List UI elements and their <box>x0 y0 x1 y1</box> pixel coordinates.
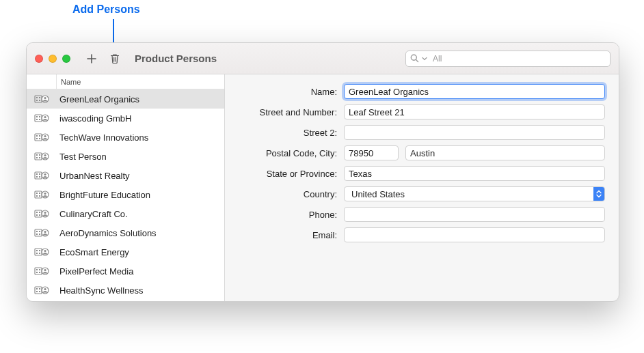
window-title: Product Persons <box>135 53 400 64</box>
window-toolbar: Product Persons All <box>27 43 619 74</box>
svg-rect-16 <box>36 135 38 137</box>
svg-point-63 <box>44 250 46 252</box>
list-item[interactable]: AeroDynamics Solutions <box>27 223 224 242</box>
chevron-down-icon <box>422 56 427 61</box>
svg-rect-60 <box>36 253 38 254</box>
list-item-label: HealthSync Wellness <box>57 285 224 296</box>
svg-rect-71 <box>35 287 42 294</box>
list-item-label: UrbanNest Realty <box>57 171 224 181</box>
list-item[interactable]: TechWave Innovations <box>27 128 224 147</box>
svg-rect-61 <box>39 253 40 254</box>
sidebar-column-headers: Name <box>27 74 224 89</box>
postal-input[interactable] <box>344 145 399 160</box>
svg-rect-54 <box>39 234 40 235</box>
svg-point-77 <box>44 288 46 290</box>
label-state: State or Province: <box>239 169 337 179</box>
persons-list[interactable]: GreenLeaf Organicsiwascoding GmbHTechWav… <box>27 89 224 301</box>
list-item-label: AeroDynamics Solutions <box>57 228 224 238</box>
company-person-icon <box>27 170 57 181</box>
add-person-button[interactable] <box>83 50 100 68</box>
svg-rect-64 <box>35 268 42 274</box>
svg-rect-33 <box>39 176 40 178</box>
svg-point-70 <box>44 269 46 271</box>
svg-rect-26 <box>39 157 40 158</box>
svg-rect-50 <box>35 229 42 236</box>
list-item[interactable]: iwascoding GmbH <box>27 109 224 128</box>
svg-rect-47 <box>39 214 40 216</box>
list-item[interactable]: Test Person <box>27 147 224 166</box>
list-item[interactable]: BrightFuture Education <box>27 185 224 204</box>
label-name: Name: <box>239 87 337 97</box>
svg-rect-39 <box>36 195 38 197</box>
list-item[interactable]: CulinaryCraft Co. <box>27 204 224 223</box>
label-email: Email: <box>239 230 337 240</box>
list-item-label: CulinaryCraft Co. <box>57 209 224 219</box>
svg-rect-73 <box>39 288 40 290</box>
svg-rect-43 <box>35 210 42 217</box>
name-input[interactable] <box>344 84 605 99</box>
list-item[interactable]: UrbanNest Realty <box>27 166 224 185</box>
person-form: Name: Street and Number: Street 2: Posta… <box>225 74 619 301</box>
annotation-label: Add Persons <box>72 3 140 16</box>
list-item[interactable]: HealthSync Wellness <box>27 281 224 300</box>
list-item-label: BrightFuture Education <box>57 190 224 200</box>
company-person-icon <box>27 94 57 104</box>
svg-rect-65 <box>36 269 38 270</box>
svg-point-35 <box>44 173 46 175</box>
country-select-stepper[interactable] <box>593 187 604 201</box>
email-input[interactable] <box>344 227 605 242</box>
street2-input[interactable] <box>344 125 605 140</box>
list-item-label: iwascoding GmbH <box>57 113 224 124</box>
list-item[interactable]: EcoSmart Energy <box>27 242 224 262</box>
product-persons-window: Product Persons All Name GreenLeaf Organ… <box>26 42 619 302</box>
svg-point-7 <box>44 97 46 99</box>
delete-person-button[interactable] <box>106 50 124 68</box>
svg-rect-22 <box>35 153 42 160</box>
svg-rect-9 <box>36 116 38 117</box>
svg-rect-36 <box>35 191 42 198</box>
list-item[interactable]: GreenLeaf Organics <box>27 89 224 109</box>
svg-point-42 <box>44 193 46 195</box>
company-person-icon <box>27 246 57 257</box>
trash-icon <box>110 53 120 63</box>
search-field[interactable]: All <box>405 51 611 67</box>
svg-rect-57 <box>35 249 42 255</box>
svg-rect-25 <box>36 157 38 158</box>
minimize-window-button[interactable] <box>49 55 57 63</box>
chevron-down-icon <box>596 194 602 198</box>
street1-input[interactable] <box>344 104 605 119</box>
company-person-icon <box>27 132 57 143</box>
label-postal-city: Postal Code, City: <box>239 148 337 158</box>
list-item[interactable]: PixelPerfect Media <box>27 262 224 281</box>
svg-rect-51 <box>36 231 38 232</box>
search-placeholder: All <box>433 54 606 63</box>
svg-rect-17 <box>39 135 40 137</box>
sidebar-column-name[interactable]: Name <box>57 74 224 89</box>
svg-rect-37 <box>36 193 38 194</box>
svg-rect-10 <box>39 116 40 117</box>
svg-rect-19 <box>39 138 40 139</box>
svg-rect-74 <box>36 291 38 292</box>
window-controls <box>35 55 70 63</box>
country-select[interactable] <box>344 186 605 201</box>
phone-input[interactable] <box>344 207 605 222</box>
svg-rect-24 <box>39 154 40 156</box>
list-item-label: GreenLeaf Organics <box>57 94 224 104</box>
state-input[interactable] <box>344 166 605 181</box>
svg-rect-1 <box>35 96 42 102</box>
plus-icon <box>86 53 97 64</box>
svg-point-14 <box>44 116 46 118</box>
svg-point-21 <box>44 135 46 137</box>
list-item-label: Test Person <box>57 152 224 162</box>
city-input[interactable] <box>405 145 605 160</box>
list-item-label: PixelPerfect Media <box>57 266 224 277</box>
svg-rect-68 <box>39 272 40 273</box>
persons-sidebar: Name GreenLeaf Organicsiwascoding GmbHTe… <box>27 74 225 301</box>
svg-rect-59 <box>39 250 40 251</box>
svg-rect-11 <box>36 119 38 120</box>
list-item-label: EcoSmart Energy <box>57 247 224 257</box>
svg-rect-4 <box>36 100 38 101</box>
svg-rect-12 <box>39 119 40 120</box>
zoom-window-button[interactable] <box>62 55 70 63</box>
close-window-button[interactable] <box>35 55 43 63</box>
